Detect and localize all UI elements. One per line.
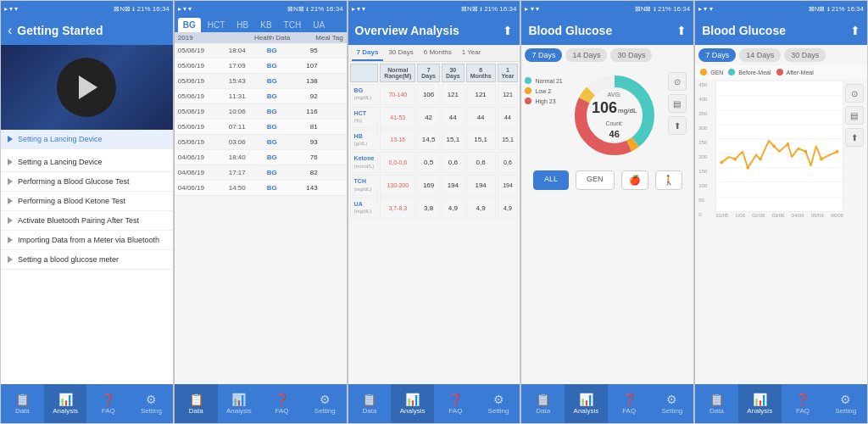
tab-30days-5[interactable]: 30 Days (784, 48, 826, 62)
page-title-5: Blood Glucose (702, 24, 850, 37)
tab-faq-4[interactable]: ❓ FAQ (608, 384, 651, 423)
tab-faq-1[interactable]: ❓ FAQ (86, 384, 130, 423)
mosquito-thumbnail (57, 58, 116, 117)
tab-setting-1[interactable]: ⚙ Setting (130, 384, 173, 423)
period-tabs: 7 Days 30 Days 6 Months 1 Year (348, 45, 520, 62)
tab-1year[interactable]: 1 Year (457, 45, 487, 61)
tab-setting-5[interactable]: ⚙ Setting (824, 384, 867, 423)
status-bar-1: ▸ ▾ ▾ ⊠N⊠ ᵻ 21% 16:34 (1, 1, 173, 16)
donut-chart: AVG: 106 mg/dL Count: 46 (568, 69, 661, 162)
col-header-30d: 30 Days (442, 64, 465, 82)
table-row[interactable]: 05/06/19 03:06 BG 93 (175, 135, 347, 150)
tab-analysis-1[interactable]: 📊 Analysis (44, 384, 87, 423)
table-row[interactable]: 05/06/19 11:31 BG 92 (175, 89, 347, 104)
table-row[interactable]: 05/06/19 18:04 BG 95 (175, 43, 347, 59)
table-section-header: 2019 Health Data Meal Tag (175, 32, 347, 43)
filter-all[interactable]: ALL (533, 170, 569, 190)
analysis-icon: 📊 (579, 393, 593, 405)
tab-kb[interactable]: KB (255, 18, 276, 32)
table-row[interactable]: 05/06/19 07:11 BG 81 (175, 120, 347, 135)
tab-data-1[interactable]: 📋 Data (1, 384, 44, 423)
tab-30days[interactable]: 30 Days (383, 45, 418, 61)
chart-type-button[interactable]: ▤ (668, 94, 687, 113)
tab-6months[interactable]: 6 Months (419, 45, 457, 61)
filter-walk[interactable]: 🚶 (655, 170, 682, 190)
zoom-chart-button[interactable]: ⊙ (845, 84, 864, 103)
panel-blood-glucose-donut: ▸ ▾ ▾ ⊠N⊠ ᵻ 21% 16:34 Blood Glucose ⬆ 7 … (520, 0, 694, 424)
tab-setting-2[interactable]: ⚙ Setting (303, 384, 347, 423)
donut-section: Normal 21 Low 2 High 23 (521, 65, 693, 165)
tab-7days-4[interactable]: 7 Days (525, 48, 562, 62)
tab-7days-5[interactable]: 7 Days (698, 48, 736, 62)
content-3: Normal Range(M) 7 Days 30 Days 6 Months … (348, 62, 520, 384)
menu-item-3[interactable]: Performing a Blood Ketone Test (1, 192, 173, 211)
table-row[interactable]: 04/06/19 14:50 BG 143 (175, 181, 347, 196)
tab-analysis-5[interactable]: 📊 Analysis (738, 384, 782, 423)
zoom-in-button[interactable]: ⊙ (668, 72, 687, 91)
tab-faq-3[interactable]: ❓ FAQ (434, 384, 477, 423)
table-row[interactable]: 05/06/19 17:09 BG 107 (175, 59, 347, 74)
data-icon: 📋 (709, 393, 724, 405)
tab-tch[interactable]: TCH (279, 18, 307, 32)
tab-faq-5[interactable]: ❓ FAQ (782, 384, 825, 423)
share-button-3[interactable]: ⬆ (503, 24, 513, 37)
menu-item-6[interactable]: Setting a blood glucose meter (1, 250, 173, 270)
data-icon: 📋 (362, 393, 376, 405)
chart-container: 450 400 350 300 250 200 150 100 50 0 (695, 79, 867, 219)
tab-data-2[interactable]: 📋 Data (175, 384, 218, 423)
tab-data-3[interactable]: 📋 Data (348, 384, 392, 423)
filter-apple[interactable]: 🍎 (621, 170, 648, 190)
menu-item-1[interactable]: Setting a Lancing Device (1, 153, 173, 172)
tab-30days-4[interactable]: 30 Days (610, 48, 652, 62)
tab-7days[interactable]: 7 Days (352, 45, 384, 61)
content-2: 2019 Health Data Meal Tag 05/06/19 18:04… (175, 32, 347, 384)
table-row[interactable]: 05/06/19 15:43 BG 138 (175, 74, 347, 89)
data-table: 05/06/19 18:04 BG 95 05/06/19 17:09 BG 1… (175, 43, 347, 196)
content-4: Normal 21 Low 2 High 23 (521, 65, 693, 384)
tab-hb[interactable]: HB (231, 18, 253, 32)
tab-14days-5[interactable]: 14 Days (739, 48, 781, 62)
table-row[interactable]: 04/06/19 18:40 BG 76 (175, 150, 347, 165)
tab-faq-2[interactable]: ❓ FAQ (260, 384, 303, 423)
menu-item-4[interactable]: Activate Bluetooth Pairing After Test (1, 211, 173, 231)
tab-setting-3[interactable]: ⚙ Setting (477, 384, 520, 423)
table-row[interactable]: 05/06/19 10:06 BG 116 (175, 104, 347, 120)
share-button-5[interactable]: ⬆ (850, 24, 860, 37)
tab-hct[interactable]: HCT (203, 18, 231, 32)
menu-item-5[interactable]: Importing Data from a Meter via Bluetoot… (1, 231, 173, 250)
tab-setting-4[interactable]: ⚙ Setting (651, 384, 694, 423)
tab-data-5[interactable]: 📋 Data (695, 384, 738, 423)
tab-14days-4[interactable]: 14 Days (565, 48, 607, 62)
table-row[interactable]: 04/06/19 17:17 BG 82 (175, 165, 347, 181)
tab-ua[interactable]: UA (308, 18, 330, 32)
tab-bar-5: 📋 Data 📊 Analysis ❓ FAQ ⚙ Setting (695, 384, 867, 423)
menu-list: Setting a Lancing Device Performing a Bl… (1, 149, 173, 273)
tab-analysis-3[interactable]: 📊 Analysis (391, 384, 434, 423)
panel-getting-started: ▸ ▾ ▾ ⊠N⊠ ᵻ 21% 16:34 ‹ Getting Started … (0, 0, 174, 424)
menu-item-2[interactable]: Performing a Blood Glucose Test (1, 172, 173, 192)
data-icon: 📋 (15, 393, 30, 405)
menu-item-lancing-highlight[interactable]: Setting a Lancing Device (1, 130, 173, 149)
legend-dot-gen (700, 69, 707, 75)
back-button-1[interactable]: ‹ (8, 23, 12, 38)
tab-data-4[interactable]: 📋 Data (521, 384, 565, 423)
header-3: Overview Analysis ⬆ (348, 16, 520, 45)
tab-bg[interactable]: BG (178, 18, 201, 32)
analysis-icon: 📊 (753, 393, 767, 405)
share-button-4[interactable]: ⬆ (676, 24, 687, 37)
share-ctrl-button[interactable]: ⬆ (668, 116, 687, 135)
filter-gen[interactable]: GEN (576, 170, 615, 190)
export-chart-button[interactable]: ⬆ (845, 128, 864, 147)
svg-point-19 (804, 150, 808, 153)
col-header-range: Normal Range(M) (380, 64, 415, 82)
page-title-1: Getting Started (17, 24, 165, 37)
chart-type-btn[interactable]: ▤ (845, 106, 864, 125)
svg-point-20 (820, 158, 823, 161)
tab-bar-1: 📋 Data 📊 Analysis ❓ FAQ ⚙ Setting (1, 384, 173, 423)
tab-analysis-4[interactable]: 📊 Analysis (565, 384, 608, 423)
tab-analysis-2[interactable]: 📊 Analysis (218, 384, 261, 423)
analysis-icon: 📊 (231, 393, 246, 405)
donut-right-controls: ⊙ ▤ ⬆ (666, 69, 688, 138)
panel-blood-glucose-chart: ▸ ▾ ▾ ⊠N⊠ ᵻ 21% 16:34 Blood Glucose ⬆ 7 … (694, 0, 868, 424)
play-icon[interactable] (79, 75, 97, 99)
